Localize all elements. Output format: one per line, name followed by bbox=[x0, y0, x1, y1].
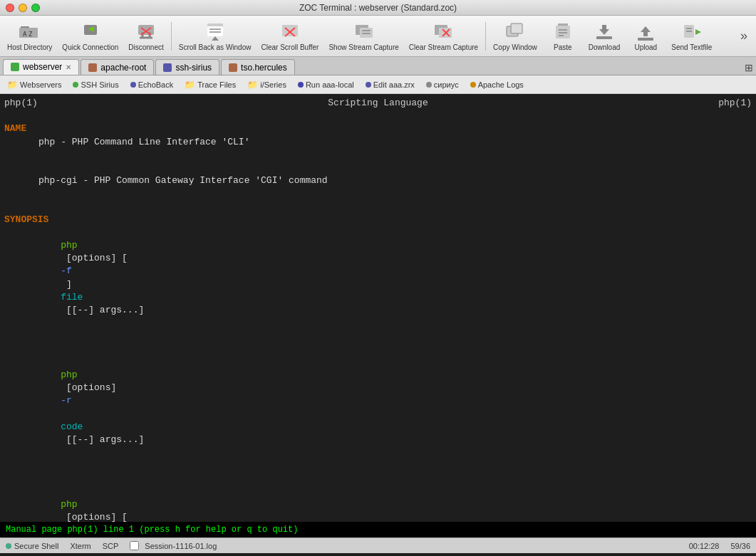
download-button[interactable]: Download bbox=[584, 18, 624, 54]
upload-label: Upload bbox=[634, 43, 657, 51]
scroll-back-label: Scroll Back as Window bbox=[179, 43, 252, 51]
tab-webserver[interactable]: webserver ✕ bbox=[3, 59, 79, 75]
tab-label-apache-root: apache-root bbox=[100, 63, 146, 73]
dot-icon-edit-aaa bbox=[366, 82, 371, 88]
bottom-xterm[interactable]: Xterm bbox=[70, 542, 90, 550]
toolbar: A Z Host Directory Quick Connection bbox=[0, 16, 756, 57]
svg-rect-40 bbox=[638, 38, 653, 41]
window-title: ZOC Terminal : webserver (Standard.zoc) bbox=[299, 3, 457, 13]
svg-rect-29 bbox=[511, 23, 522, 33]
clear-scroll-button[interactable]: Clear Scroll Buffer bbox=[257, 18, 323, 54]
host-directory-button[interactable]: A Z Host Directory bbox=[3, 18, 56, 54]
maximize-button[interactable] bbox=[31, 4, 40, 12]
dot-icon-echoback bbox=[130, 82, 136, 88]
clear-stream-label: Clear Stream Capture bbox=[409, 43, 478, 51]
svg-rect-6 bbox=[138, 25, 154, 35]
tab-label-ssh-sirius: ssh-sirius bbox=[175, 63, 212, 73]
status-bar: Manual page php(1) line 1 (press h for h… bbox=[0, 522, 756, 537]
more-button[interactable]: » bbox=[735, 26, 753, 46]
tabs-grid-button[interactable]: ⊞ bbox=[745, 62, 753, 75]
synopsis-3: php [options] [ -B begin_code ] -R code … bbox=[4, 486, 752, 522]
dot-icon-ssh-sirius bbox=[73, 82, 78, 88]
download-label: Download bbox=[589, 43, 620, 51]
copy-window-button[interactable]: Copy Window bbox=[489, 18, 542, 54]
upload-icon bbox=[634, 21, 657, 43]
bookmark-echoback-label: EchoBack bbox=[138, 80, 174, 89]
host-directory-label: Host Directory bbox=[7, 43, 52, 51]
synopsis-2: php [options] -r code [[--] args...] bbox=[4, 356, 752, 460]
upload-button[interactable]: Upload bbox=[626, 18, 666, 54]
bookmark-run-aaa-local[interactable]: Run aaa-local bbox=[295, 79, 357, 90]
svg-rect-37 bbox=[596, 36, 612, 39]
bottom-page-info: 59/36 bbox=[730, 542, 750, 550]
minimize-button[interactable] bbox=[19, 4, 27, 12]
bottom-xterm-label: Xterm bbox=[70, 542, 90, 550]
tab-icon-ssh-sirius bbox=[163, 63, 172, 72]
tab-icon-tso-hercules bbox=[229, 63, 237, 72]
bookmark-webservers-label: Webservers bbox=[20, 80, 61, 89]
clear-stream-icon bbox=[432, 21, 455, 43]
bottom-secure-shell[interactable]: Secure Shell bbox=[6, 542, 58, 550]
window-controls[interactable] bbox=[6, 4, 40, 12]
svg-text:Z: Z bbox=[29, 31, 33, 38]
bottom-session-label: Session-1116-01.log bbox=[145, 542, 217, 550]
send-textfile-icon bbox=[680, 21, 703, 43]
paste-button[interactable]: Paste bbox=[543, 18, 583, 54]
bookmark-edit-aaa[interactable]: Edit aaa.zrx bbox=[363, 79, 418, 90]
clear-scroll-icon bbox=[279, 21, 301, 43]
svg-rect-31 bbox=[556, 26, 570, 38]
title-bar: ZOC Terminal : webserver (Standard.zoc) bbox=[0, 0, 756, 16]
bookmark-ssh-sirius-label: SSH Sirius bbox=[81, 80, 118, 89]
section-name: NAME bbox=[4, 123, 26, 134]
tab-icon-apache-root bbox=[88, 63, 97, 72]
bottom-scp-label: SCP bbox=[103, 542, 119, 550]
svg-rect-13 bbox=[207, 26, 223, 36]
bookmark-ssh-sirius[interactable]: SSH Sirius bbox=[70, 79, 121, 90]
svg-rect-39 bbox=[643, 31, 648, 36]
svg-text:A: A bbox=[23, 31, 27, 38]
tab-icon-webserver bbox=[11, 63, 19, 71]
bookmark-echoback[interactable]: EchoBack bbox=[128, 79, 177, 90]
bookmark-trace-files[interactable]: 📁 Trace Files bbox=[182, 78, 239, 91]
tab-label-webserver: webserver bbox=[23, 62, 62, 72]
tab-tso-hercules[interactable]: tso.hercules bbox=[221, 59, 295, 75]
man-header-right: php(1) bbox=[718, 97, 752, 110]
paste-label: Paste bbox=[554, 43, 572, 51]
show-stream-label: Show Stream Capture bbox=[328, 43, 398, 51]
scroll-back-button[interactable]: Scroll Back as Window bbox=[175, 18, 256, 54]
send-textfile-button[interactable]: Send Textfile bbox=[667, 18, 716, 54]
dot-icon-sirius bbox=[426, 82, 432, 88]
bookmark-sirius[interactable]: сириус bbox=[423, 79, 462, 90]
scroll-back-icon bbox=[204, 21, 227, 43]
disconnect-button[interactable]: Disconnect bbox=[124, 18, 167, 54]
bookmark-edit-aaa-label: Edit aaa.zrx bbox=[373, 80, 415, 89]
clear-stream-button[interactable]: Clear Stream Capture bbox=[405, 18, 482, 54]
quick-connection-icon bbox=[79, 21, 102, 43]
quick-connection-button[interactable]: Quick Connection bbox=[58, 18, 123, 54]
bookmark-apache-logs[interactable]: Apache Logs bbox=[467, 79, 527, 90]
disconnect-label: Disconnect bbox=[128, 43, 163, 51]
bookmark-sirius-label: сириус bbox=[434, 80, 459, 89]
paste-icon bbox=[552, 21, 574, 43]
show-stream-button[interactable]: Show Stream Capture bbox=[324, 18, 403, 54]
man-header-center: Scripting Language bbox=[328, 97, 428, 110]
toolbar-sep-2 bbox=[485, 22, 486, 51]
terminal-area[interactable]: php(1) Scripting Language php(1) NAME ph… bbox=[0, 94, 756, 522]
svg-marker-16 bbox=[212, 36, 219, 41]
dot-icon-run-aaa-local bbox=[298, 82, 304, 88]
bottom-scp[interactable]: SCP bbox=[103, 542, 119, 550]
folder-icon-trace-files: 📁 bbox=[185, 80, 195, 90]
folder-icon-iseries: 📁 bbox=[247, 80, 258, 90]
show-stream-icon bbox=[353, 21, 376, 43]
close-button[interactable] bbox=[6, 4, 14, 12]
tab-ssh-sirius[interactable]: ssh-sirius bbox=[155, 59, 219, 75]
tab-apache-root[interactable]: apache-root bbox=[81, 59, 154, 75]
session-log-checkbox[interactable] bbox=[130, 541, 139, 550]
bookmark-webservers[interactable]: 📁 Webservers bbox=[4, 78, 64, 91]
synopsis-1: php [options] [ -f ] file [[--] args...] bbox=[4, 226, 752, 330]
tabs-bar: webserver ✕ apache-root ssh-sirius tso.h… bbox=[0, 57, 756, 75]
status-bar-text: Manual page php(1) line 1 (press h for h… bbox=[6, 525, 750, 535]
bookmark-iseries[interactable]: 📁 i/Series bbox=[244, 78, 289, 91]
svg-rect-17 bbox=[282, 25, 298, 36]
tab-close-webserver[interactable]: ✕ bbox=[66, 63, 71, 71]
